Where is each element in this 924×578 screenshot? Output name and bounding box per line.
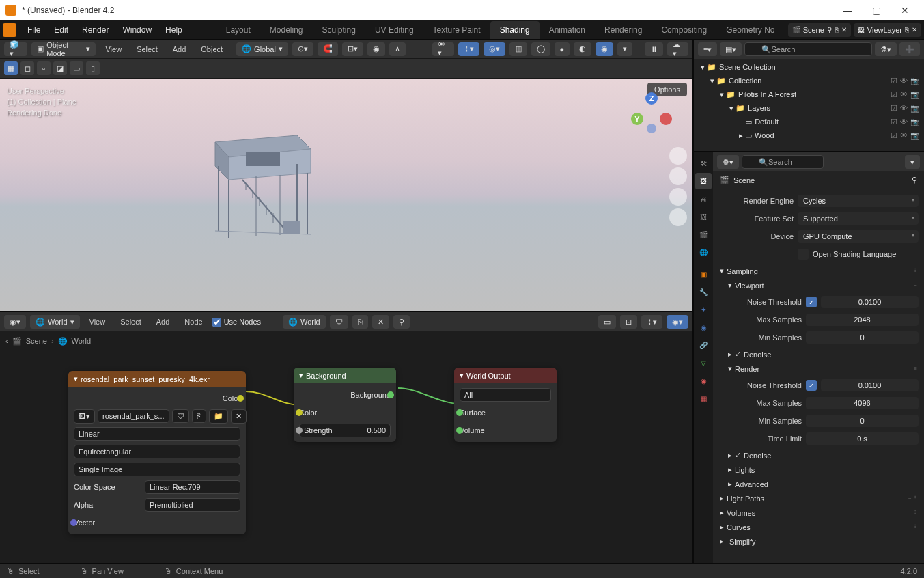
maximize-button[interactable]: ▢ [863, 1, 890, 20]
eye-icon[interactable]: 👁 [900, 77, 908, 85]
visibility-toggle[interactable]: 👁▾ [432, 42, 453, 56]
tab-modeling[interactable]: Modeling [260, 21, 313, 39]
copy-button[interactable]: ⎘ [352, 315, 368, 329]
tab-world[interactable]: 🌐 [695, 244, 712, 260]
pin-button[interactable]: ⚲ [393, 315, 410, 329]
menu-select[interactable]: Select [115, 316, 147, 328]
scene-selector[interactable]: 🎬 Scene ⚲ ⎘ ✕ [788, 23, 851, 37]
source-select[interactable]: Single Image [74, 463, 240, 476]
filter-button[interactable]: ⚗▾ [875, 42, 897, 56]
delete-icon[interactable]: ✕ [912, 26, 917, 33]
node-header[interactable]: ▾ World Output [454, 368, 557, 383]
socket-color-out[interactable] [237, 395, 244, 402]
socket-bg-out[interactable] [387, 391, 394, 398]
section-render[interactable]: ▾ Render≡ [727, 361, 919, 376]
menu-select[interactable]: Select [131, 43, 163, 55]
camera-icon[interactable]: 📷 [910, 77, 920, 85]
device-select[interactable]: GPU Compute [798, 230, 919, 243]
open-button[interactable]: 📁 [209, 409, 228, 424]
socket-strength-in[interactable] [296, 427, 303, 434]
menu-object[interactable]: Object [195, 43, 228, 55]
tab-constraints[interactable]: 🔗 [695, 337, 712, 353]
new-collection-button[interactable]: ➕ [899, 42, 920, 56]
blender-logo-icon[interactable] [3, 23, 16, 37]
target-select[interactable]: All [460, 388, 551, 402]
render-pass[interactable]: ☁▾ [667, 42, 688, 56]
xray-toggle[interactable]: ▥ [509, 42, 527, 56]
pin-icon[interactable]: ⚲ [912, 176, 917, 184]
editor-type[interactable]: ⚙▾ [717, 155, 739, 169]
tab-texture[interactable]: ▦ [695, 390, 712, 407]
menu-view[interactable]: View [84, 316, 111, 328]
menu-edit[interactable]: Edit [47, 23, 75, 38]
3d-viewport[interactable]: User Perspective (1) Collection | Plane … [0, 79, 692, 311]
snap-toggle[interactable]: ▭ [598, 315, 616, 329]
tab-compositing[interactable]: Compositing [652, 21, 716, 39]
vp-max-samples-field[interactable]: 2048 [806, 314, 919, 326]
section-light-paths[interactable]: ▸ Light Paths≡ ⠿ [718, 491, 919, 506]
tab-animation[interactable]: Animation [540, 21, 595, 39]
collapse-icon[interactable]: ▾ [460, 371, 464, 380]
mode-selector[interactable]: ▣ Object Mode ▾ [31, 42, 96, 56]
tab-sculpting[interactable]: Sculpting [313, 21, 365, 39]
pin-icon[interactable]: ⚲ [827, 26, 832, 33]
r-max-samples-field[interactable]: 4096 [806, 397, 919, 409]
section-vp-denoise[interactable]: ▸ ✓ Denoise [727, 347, 919, 361]
pivot-selector[interactable]: ⊙▾ [292, 42, 313, 56]
props-search[interactable]: 🔍 Search [742, 155, 824, 169]
section-curves[interactable]: ▸ Curves⠿ [718, 520, 919, 534]
collapse-icon[interactable]: ▾ [299, 371, 303, 380]
tab-uv-editing[interactable]: UV Editing [365, 21, 423, 39]
r-noise-field[interactable]: 0.0100 [821, 379, 919, 391]
copy-icon[interactable]: ⎘ [905, 26, 909, 33]
outliner-tree[interactable]: ▾ 📁 Scene Collection ▾ 📁 Collection☑👁📷 ▾… [694, 59, 924, 151]
section-viewport[interactable]: ▾ Viewport≡ [727, 278, 919, 292]
time-limit-field[interactable]: 0 s [806, 432, 919, 445]
tab-render[interactable]: 🖼 [695, 173, 712, 189]
projection-select[interactable]: Equirectangular [74, 445, 240, 458]
unlink-button[interactable]: ✕ [231, 409, 247, 424]
fake-user-button[interactable]: 🛡 [330, 315, 348, 329]
options-button[interactable]: ▾ [905, 155, 920, 169]
tab-output[interactable]: 🖨 [695, 191, 712, 207]
render-engine-select[interactable]: Cycles [798, 195, 919, 207]
axis-x-icon[interactable] [660, 113, 672, 125]
node-header[interactable]: ▾ rosendal_park_sunset_puresky_4k.exr [68, 371, 246, 387]
editor-type-selector[interactable]: 🧊▾ [4, 42, 27, 56]
menu-view[interactable]: View [100, 43, 127, 55]
pan-tool-icon[interactable] [669, 167, 687, 185]
delete-icon[interactable]: ✕ [841, 26, 847, 33]
tool-select-box[interactable]: ▦ [4, 61, 18, 75]
tab-view-layer[interactable]: 🖼 [695, 208, 712, 225]
menu-add[interactable]: Add [151, 316, 176, 328]
tab-layout[interactable]: Layout [216, 21, 260, 39]
perspective-tool-icon[interactable] [669, 208, 687, 226]
menu-help[interactable]: Help [158, 23, 189, 38]
sel-invert[interactable]: ◪ [53, 61, 67, 75]
copy-button[interactable]: ⎘ [192, 409, 206, 423]
sel-all[interactable]: ◻ [20, 61, 34, 75]
axis-z-icon[interactable]: Z [645, 92, 658, 105]
fake-user-button[interactable]: 🛡 [172, 409, 189, 423]
node-canvas[interactable]: ▾ rosendal_park_sunset_puresky_4k.exr Co… [0, 350, 692, 563]
sel-add[interactable]: ▯ [86, 61, 100, 75]
copy-icon[interactable]: ⎘ [835, 26, 839, 33]
section-advanced[interactable]: ▸ Advanced [727, 477, 919, 491]
section-lights[interactable]: ▸ Lights [727, 463, 919, 477]
osl-checkbox[interactable] [798, 249, 809, 260]
alpha-select[interactable]: Premultiplied [145, 498, 240, 512]
strength-field[interactable]: Strength0.500 [299, 424, 391, 437]
image-name-field[interactable]: rosendal_park_s... [98, 409, 169, 423]
overlay-toggle[interactable]: ◎▾ [484, 42, 505, 56]
tab-tool[interactable]: 🛠 [695, 155, 712, 171]
menu-render[interactable]: Render [75, 23, 115, 38]
r-noise-checkbox[interactable]: ✓ [806, 380, 817, 391]
menu-add[interactable]: Add [167, 43, 192, 55]
tab-shading[interactable]: Shading [490, 21, 540, 39]
tab-geometry-nodes[interactable]: Geometry No [716, 21, 784, 39]
axis-neg-z-icon[interactable] [647, 124, 656, 133]
gizmo-toggle[interactable]: ⊹▾ [458, 42, 479, 56]
sel-none[interactable]: ▫ [37, 61, 51, 75]
socket-vector-in[interactable] [70, 519, 77, 526]
viewlayer-selector[interactable]: 🖼 ViewLayer ⎘ ✕ [854, 23, 921, 37]
